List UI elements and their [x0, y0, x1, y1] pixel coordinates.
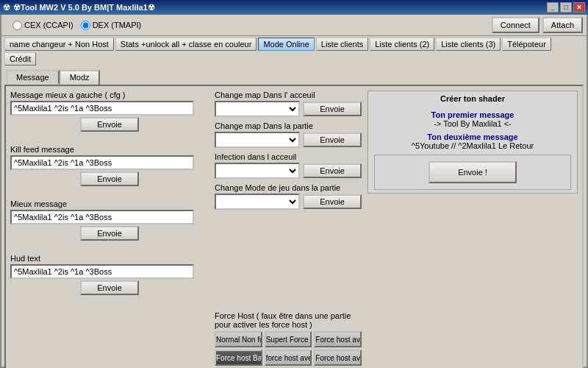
msg-group-2: Mieux message Envoie [10, 199, 209, 241]
menu-liste-clients[interactable]: Liste clients [316, 38, 368, 51]
msg-input-0[interactable] [10, 101, 194, 116]
map-row-2: Envoie [215, 163, 362, 179]
map-label-2: Infection dans l acceuil [215, 152, 362, 161]
cex-label: CEX (CCAPI) [24, 21, 74, 29]
middle-column: Change map Dans l' acceuil Envoie Change… [215, 91, 362, 366]
dex-radio[interactable] [81, 21, 90, 30]
map-select-0[interactable] [215, 101, 300, 117]
shader-inner-border: Envoie ! [374, 155, 571, 190]
first-msg-title: Ton premier message [374, 110, 571, 119]
map-row-0: Envoie [215, 101, 362, 117]
envoie-btn-0[interactable]: Envoie [80, 117, 139, 132]
top-buttons: Connect Attach [492, 17, 583, 33]
envoie-btn-1[interactable]: Envoie [80, 171, 139, 186]
cex-radio[interactable] [12, 21, 22, 30]
msg-input-2[interactable] [10, 210, 194, 224]
left-column: Message mieux a gauche ( cfg ) Envoie Ki… [10, 91, 209, 366]
map-group-0: Change map Dans l' acceuil Envoie [215, 91, 362, 117]
msg-label-1: Kill feed message [10, 145, 209, 154]
dex-radio-item[interactable]: DEX (TMAPI) [81, 21, 142, 30]
menu-telepoteur[interactable]: Télépoteur [502, 38, 551, 51]
msg-group-1: Kill feed message Envoie [10, 145, 209, 186]
top-toolbar: CEX (CCAPI) DEX (TMAPI) Connect Attach [1, 15, 587, 36]
menu-credit[interactable]: Crédit [4, 52, 36, 66]
fh-btn-4[interactable]: force host avec 8 joueurs [265, 350, 312, 366]
map-row-1: Envoie [215, 132, 362, 148]
map-label-3: Change Mode de jeu dans la partie [215, 183, 362, 192]
menu-mode-online[interactable]: Mode Online [258, 38, 314, 51]
dex-label: DEX (TMAPI) [93, 21, 142, 29]
shader-group: Créer ton shader Ton premier message -> … [368, 91, 578, 194]
msg-group-3: Hud text Envoie [10, 254, 209, 295]
right-column: Créer ton shader Ton premier message -> … [368, 91, 578, 366]
msg-label-0: Message mieux a gauche ( cfg ) [10, 91, 209, 99]
minimize-button[interactable]: _ [547, 2, 559, 13]
shader-envoie-button[interactable]: Envoie ! [429, 161, 517, 183]
force-host-label: Force Host ( faux être dans une partie p… [215, 311, 362, 329]
msg-label-3: Hud text [10, 254, 209, 263]
menu-bar: name changeur + Non Host Stats +unlock a… [1, 36, 587, 67]
second-msg-title: Ton deuxième message [374, 132, 571, 141]
envoie-btn-3[interactable]: Envoie [80, 280, 139, 295]
shader-title: Créer ton shader [374, 94, 571, 103]
api-radio-group: CEX (CCAPI) DEX (TMAPI) [12, 21, 141, 30]
menu-liste-clients-2[interactable]: Liste clients (2) [370, 38, 434, 51]
fh-btn-5[interactable]: Force host avec 18 joueurs [314, 350, 362, 366]
msg-group-0: Message mieux a gauche ( cfg ) Envoie [10, 91, 209, 132]
msg-input-1[interactable] [10, 155, 194, 170]
map-envoie-0[interactable]: Envoie [303, 102, 362, 116]
window-title: ☢Tool MW2 V 5.0 By BM|T Maxlila1☢ [13, 3, 155, 13]
map-row-3: Envoie [215, 194, 362, 210]
map-envoie-1[interactable]: Envoie [303, 132, 362, 147]
close-button[interactable]: ✕ [573, 2, 585, 13]
fh-btn-0[interactable]: Normal Non force Host [215, 331, 262, 347]
content-area: Message mieux a gauche ( cfg ) Envoie Ki… [4, 85, 584, 368]
second-msg-value: ^5Youtube // ^2Maxlila1 Le Retour [374, 141, 571, 150]
menu-stats[interactable]: Stats +unlock all + classe en couleur [115, 38, 257, 51]
map-label-1: Change map Dans la partie [215, 121, 362, 130]
tab-message[interactable]: Message [6, 70, 60, 85]
force-host-grid: Normal Non force Host Supert Force Host … [215, 331, 362, 366]
connect-button[interactable]: Connect [492, 17, 539, 33]
maximize-button[interactable]: □ [560, 2, 572, 13]
fh-btn-2[interactable]: Force host avec 12 joueurs [314, 331, 362, 347]
menu-liste-clients-3[interactable]: Liste clients (3) [436, 38, 501, 51]
map-select-3[interactable] [215, 194, 300, 210]
main-window: CEX (CCAPI) DEX (TMAPI) Connect Attach n… [0, 15, 588, 368]
tab-bar: Message Modz [1, 67, 587, 85]
map-group-1: Change map Dans la partie Envoie [215, 121, 362, 148]
app-icon: ☢ [3, 3, 10, 13]
map-group-3: Change Mode de jeu dans la partie Envoie [215, 183, 362, 210]
attach-button[interactable]: Attach [542, 17, 583, 33]
msg-input-3[interactable] [10, 264, 194, 279]
fh-btn-3[interactable]: Force host Basic [215, 350, 262, 366]
cex-radio-item[interactable]: CEX (CCAPI) [12, 21, 74, 30]
map-label-0: Change map Dans l' acceuil [215, 91, 362, 99]
map-group-2: Infection dans l acceuil Envoie [215, 152, 362, 179]
map-envoie-3[interactable]: Envoie [303, 194, 362, 209]
map-select-1[interactable] [215, 132, 300, 148]
map-envoie-2[interactable]: Envoie [303, 163, 362, 178]
fh-btn-1[interactable]: Supert Force Host [265, 331, 312, 347]
force-host-section: Force Host ( faux être dans une partie p… [215, 311, 362, 366]
envoie-btn-2[interactable]: Envoie [80, 226, 139, 241]
tab-modz[interactable]: Modz [60, 70, 100, 85]
map-select-2[interactable] [215, 163, 300, 179]
first-msg-value: -> Tool By Maxlila1 <- [374, 119, 571, 128]
menu-name-changeur[interactable]: name changeur + Non Host [4, 38, 114, 51]
title-bar: ☢ ☢Tool MW2 V 5.0 By BM|T Maxlila1☢ _ □ … [0, 0, 588, 15]
msg-label-2: Mieux message [10, 199, 209, 208]
